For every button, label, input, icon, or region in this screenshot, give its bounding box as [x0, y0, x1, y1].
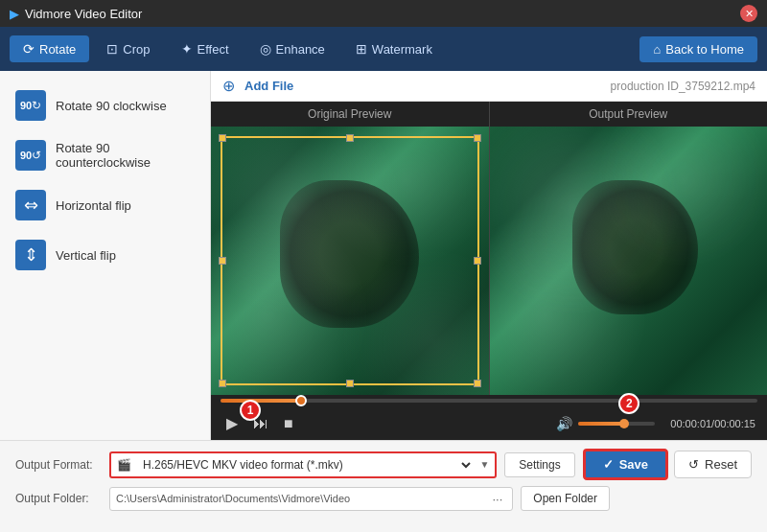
reset-icon: ↺ [688, 457, 699, 472]
format-select[interactable]: H.265/HEVC MKV video format (*.mkv) H.26… [137, 453, 474, 476]
enhance-icon: ◎ [260, 41, 271, 57]
output-format-label: Output Format: [15, 458, 102, 472]
home-icon: ⌂ [653, 42, 661, 57]
folder-path: C:\Users\Administrator\Documents\Vidmore… [116, 493, 488, 504]
rotate-cw-label: Rotate 90 clockwise [56, 99, 167, 113]
format-arrow-icon: ▼ [474, 455, 495, 474]
output-preview-label: Output Preview [490, 102, 768, 127]
output-video [490, 127, 768, 395]
output-preview-pane: Output Preview [490, 102, 768, 395]
app-title: Vidmore Video Editor [25, 7, 142, 21]
open-folder-button[interactable]: Open Folder [521, 486, 610, 511]
folder-dots-button[interactable]: ··· [488, 492, 506, 506]
folder-row: Output Folder: C:\Users\Administrator\Do… [15, 486, 752, 511]
volume-handle[interactable] [619, 419, 629, 428]
volume-icon: 🔊 [556, 416, 572, 431]
output-video-content [490, 127, 768, 395]
add-file-bar: ⊕ Add File production ID_3759212.mp4 [211, 71, 767, 102]
rotate-cw-icon-box: 90 ↻ [15, 90, 46, 121]
check-icon: ✓ [603, 457, 614, 472]
handle-tr[interactable] [474, 134, 481, 142]
settings-button[interactable]: Settings [504, 452, 574, 477]
original-preview-label: Original Preview [211, 102, 489, 127]
progress-bar-fill [221, 399, 301, 403]
progress-bar-track[interactable] [221, 399, 757, 403]
rotate-ccw-icon-box: 90 ↺ [15, 140, 46, 171]
back-to-home-button[interactable]: ⌂ Back to Home [639, 36, 757, 62]
original-video [211, 127, 489, 395]
v-flip-icon-box: ⇕ [15, 240, 46, 270]
handle-br[interactable] [474, 380, 481, 387]
main-layout: 90 ↻ Rotate 90 clockwise 90 ↺ Rotate 90 … [0, 71, 767, 440]
handle-mr[interactable] [474, 257, 481, 265]
tab-enhance[interactable]: ◎ Enhance [246, 35, 338, 62]
progress-bar-container[interactable] [211, 395, 767, 406]
format-icon: 🎬 [111, 454, 137, 475]
preview-area: ⊕ Add File production ID_3759212.mp4 Ori… [211, 71, 767, 440]
format-row: Output Format: 🎬 H.265/HEVC MKV video fo… [15, 449, 752, 480]
tab-watermark[interactable]: ⊞ Watermark [342, 35, 446, 62]
save-button[interactable]: ✓ Save [583, 449, 668, 480]
stop-button[interactable]: ■ [280, 413, 297, 434]
output-folder-label: Output Folder: [15, 492, 102, 505]
handle-ml[interactable] [219, 257, 226, 265]
tab-effect[interactable]: ✦ Effect [168, 35, 243, 62]
handle-tl[interactable] [219, 134, 226, 142]
sidebar-item-h-flip[interactable]: ⇔ Horizontal flip [0, 180, 210, 230]
rotate-icon: ⟳ [23, 41, 35, 57]
bottom-bar: Output Format: 🎬 H.265/HEVC MKV video fo… [0, 440, 767, 532]
action-buttons: ✓ Save ↺ Reset [583, 449, 752, 480]
handle-tm[interactable] [346, 134, 354, 142]
reset-button[interactable]: ↺ Reset [674, 451, 752, 478]
title-bar: ▶ Vidmore Video Editor ✕ [0, 0, 767, 27]
format-select-wrapper: 🎬 H.265/HEVC MKV video format (*.mkv) H.… [109, 451, 497, 478]
progress-bar-handle[interactable] [295, 395, 307, 406]
time-display: 00:00:01/00:00:15 [670, 418, 755, 429]
selection-box[interactable] [221, 136, 479, 385]
folder-path-wrapper: C:\Users\Administrator\Documents\Vidmore… [109, 487, 513, 511]
original-preview-pane: Original Preview [211, 102, 489, 395]
volume-section: 🔊 2 00:00:01/00:00:15 [556, 416, 755, 431]
handle-bl[interactable] [219, 380, 226, 387]
original-video-content [211, 127, 489, 395]
tab-crop[interactable]: ⊡ Crop [93, 35, 163, 62]
sidebar-item-rotate-ccw[interactable]: 90 ↺ Rotate 90 counterclockwise [0, 130, 210, 180]
controls-bar: ▶ 1 ⏭ ■ 🔊 2 00:00:01/00:00:15 [211, 406, 767, 440]
volume-track[interactable] [578, 422, 655, 426]
h-flip-label: Horizontal flip [56, 198, 131, 213]
badge-1: 1 [240, 400, 261, 421]
toolbar: ⟳ Rotate ⊡ Crop ✦ Effect ◎ Enhance ⊞ Wat… [0, 27, 767, 71]
v-flip-label: Vertical flip [56, 248, 116, 263]
tab-rotate[interactable]: ⟳ Rotate [10, 35, 89, 62]
close-button[interactable]: ✕ [740, 5, 757, 22]
app-logo-icon: ▶ [10, 7, 19, 21]
crop-icon: ⊡ [106, 41, 118, 57]
badge-2: 2 [618, 393, 639, 414]
watermark-icon: ⊞ [356, 41, 367, 57]
volume-fill [578, 422, 624, 426]
sidebar-item-rotate-cw[interactable]: 90 ↻ Rotate 90 clockwise [0, 81, 210, 130]
add-file-icon: ⊕ [222, 77, 235, 95]
rotate-ccw-label: Rotate 90 counterclockwise [56, 141, 195, 170]
sidebar-item-v-flip[interactable]: ⇕ Vertical flip [0, 230, 210, 280]
handle-bm[interactable] [346, 380, 354, 387]
play-button[interactable]: ▶ [222, 412, 242, 434]
sidebar: 90 ↻ Rotate 90 clockwise 90 ↺ Rotate 90 … [0, 71, 211, 440]
video-previews: Original Preview [211, 102, 767, 395]
effect-icon: ✦ [181, 41, 193, 57]
add-file-button[interactable]: Add File [244, 79, 293, 93]
file-name: production ID_3759212.mp4 [611, 80, 755, 93]
h-flip-icon-box: ⇔ [15, 190, 46, 220]
